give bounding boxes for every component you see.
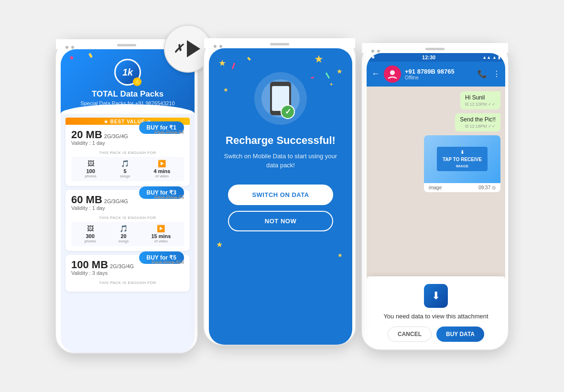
pack-card-2: 60 MB 2G/3G/4G Validity : 1 day Pack Pri…: [65, 190, 190, 251]
check-mark-icon: ✓: [285, 107, 291, 116]
tap-label: TAP TO RECEIVE: [443, 157, 482, 162]
pack-card-3: 100 MB 2G/3G/4G Validity : 3 days Pack P…: [65, 255, 190, 292]
star7: ★: [337, 252, 343, 259]
pack1-validity: Validity : 1 day: [71, 140, 128, 146]
signal-icon: ▲▲: [482, 55, 491, 60]
recharge-subtitle: Switch on Mobile Data to start using you…: [218, 152, 343, 170]
phone-call-icon[interactable]: 📞: [477, 69, 487, 78]
phone1: ✗ 1k ⭐: [55, 38, 198, 354]
avatar-icon: [387, 69, 398, 79]
phone3-top: [362, 43, 508, 53]
photos-icon2: 🖼: [87, 225, 94, 232]
pack3-enough-label: THIS PACK IS ENOUGH FOR: [71, 281, 184, 285]
phone-graphic-outer: ✓: [254, 72, 307, 125]
msg1-text: Hi Sunil: [465, 94, 496, 101]
phone-icon: ✓: [270, 82, 291, 115]
phone3-dots: [371, 50, 380, 53]
status-icons-right: ▲▲ ▲ ▮: [482, 55, 500, 60]
contact-name: +91 8789B 98765: [405, 68, 474, 75]
pack3-size: 100 MB: [71, 260, 108, 270]
check-badge: ✓: [281, 105, 295, 119]
chat-header: ← +91 8789B 98765 Offline 📞 ⋮: [367, 62, 505, 87]
logo-circle: 1k ⭐: [114, 59, 141, 86]
pack2-usage-row: 🖼 300 photos 🎵 20 songs ▶️: [71, 222, 184, 246]
pack1-usage-video: ▶️ 4 mins of video: [154, 160, 171, 178]
phone-graphic-inner: ✓: [261, 79, 300, 118]
pack1-video-count: 4 mins: [154, 168, 171, 174]
phone1-dot1: [65, 46, 68, 49]
pack2-songs-unit: songs: [119, 239, 129, 243]
phone1-dot2: [71, 46, 74, 49]
pack1-photos-unit: photos: [85, 174, 97, 178]
pack3-validity: Validity : 3 days: [71, 270, 134, 276]
pack2-photos-unit: photos: [85, 239, 96, 243]
video-icon2: ▶️: [157, 225, 165, 232]
pack1-songs-unit: songs: [120, 174, 130, 178]
not-now-button[interactable]: NOT NOW: [228, 211, 333, 231]
music-icon: 🎵: [121, 160, 129, 167]
phone1-dots: [65, 46, 74, 49]
pack1-photos-count: 100: [86, 168, 95, 174]
pack2-video-count: 15 mins: [151, 233, 171, 239]
recharge-title: Recharge Successful!: [226, 134, 336, 147]
confetti-r3: [247, 56, 251, 60]
pack2-network: 2G/3G/4G: [104, 198, 128, 204]
phones-container: ✗ 1k ⭐: [19, 38, 545, 354]
pack2-validity: Validity : 1 day: [71, 205, 128, 211]
logo-star: ⭐: [133, 77, 141, 86]
zoom-k-logo: ✗: [174, 42, 183, 55]
tap-to-receive[interactable]: ⬇ TAP TO RECEIVE IMAGE: [437, 147, 488, 171]
pack1-usage-songs: 🎵 5 songs: [120, 160, 130, 178]
status-bar: ✸ 12:30 ▲▲ ▲ ▮: [367, 53, 505, 62]
data-dialog: ⬇ You need data to view this attachment …: [367, 276, 505, 349]
pack1-top-row: 20 MB 2G/3G/4G Validity : 1 day Pack Pri…: [71, 130, 184, 149]
dialog-buttons: CANCEL BUY DATA: [374, 327, 498, 342]
phone1-inner: 1k ⭐ TOTAL Data Packs Special Data Packs…: [61, 49, 195, 353]
confetti1: [70, 56, 74, 60]
pack3-top-row: 100 MB 2G/3G/4G Validity : 3 days Pack P…: [71, 260, 184, 279]
pack2-photos-count: 300: [86, 233, 94, 239]
dialog-download-icon: ⬇: [424, 284, 448, 308]
pack2-usage-video: ▶️ 15 mins of video: [151, 225, 171, 243]
pack2-video-unit: of video: [154, 239, 168, 243]
star2: ★: [336, 67, 343, 75]
confetti-r2: [325, 72, 330, 79]
phone2-top: [204, 38, 355, 48]
buy-data-button[interactable]: BUY DATA: [436, 327, 484, 342]
phone3-dot2: [377, 50, 380, 53]
phone2-dot1: [214, 45, 217, 48]
more-options-icon[interactable]: ⋮: [493, 69, 500, 78]
message-send-pic: Send the Pic!! ld 12:18PM ✓✓: [455, 113, 500, 131]
msg2-time: ld 12:18PM ✓✓: [460, 124, 496, 129]
contact-info: +91 8789B 98765 Offline: [405, 68, 474, 80]
pack1-enough-label: THIS PACK IS ENOUGH FOR: [71, 151, 184, 155]
phone2: ★ ★ ★ ★ ✦ ★ ★: [203, 37, 356, 346]
cancel-button[interactable]: CANCEL: [388, 327, 432, 342]
pack2-usage-songs: 🎵 20 songs: [119, 225, 129, 243]
switch-on-data-button[interactable]: SWITCH ON DATA: [228, 185, 333, 205]
battery-icon: ▮: [498, 55, 500, 60]
phone3-speaker: [425, 48, 445, 50]
recharge-screen: ★ ★ ★ ★ ✦ ★ ★: [209, 48, 352, 345]
chat-screen: ✸ 12:30 ▲▲ ▲ ▮ ←: [367, 53, 505, 349]
contact-status: Offline: [405, 75, 474, 80]
phone3: ✸ 12:30 ▲▲ ▲ ▮ ←: [361, 42, 509, 350]
pack1-video-unit: of video: [155, 174, 169, 178]
bluetooth-icon: ✸: [371, 55, 375, 60]
image-label-text: image: [429, 185, 442, 190]
star3: ★: [223, 87, 228, 93]
contact-avatar: [384, 65, 401, 83]
wifi-icon: ▲: [492, 55, 497, 60]
pack2-usage-photos: 🖼 300 photos: [85, 225, 96, 243]
phone-graphic: ✓: [254, 72, 307, 125]
image-label-row: image 09:37 ⊙: [424, 183, 500, 192]
image-message[interactable]: ⬇ TAP TO RECEIVE IMAGE image 09:37 ⊙: [424, 135, 500, 192]
pack1-size: 20 MB: [71, 130, 102, 140]
back-button[interactable]: ←: [371, 69, 380, 79]
phone1-screen: 1k ⭐ TOTAL Data Packs Special Data Packs…: [61, 49, 195, 353]
star5: ✦: [329, 82, 333, 87]
photos-icon: 🖼: [87, 160, 94, 167]
packs-body: ★ BEST VALUE ★ 20 MB 2G/3G/4G Validity :…: [61, 114, 195, 353]
phone3-dot1: [371, 50, 374, 53]
dialog-icon-container: ⬇: [374, 284, 498, 308]
